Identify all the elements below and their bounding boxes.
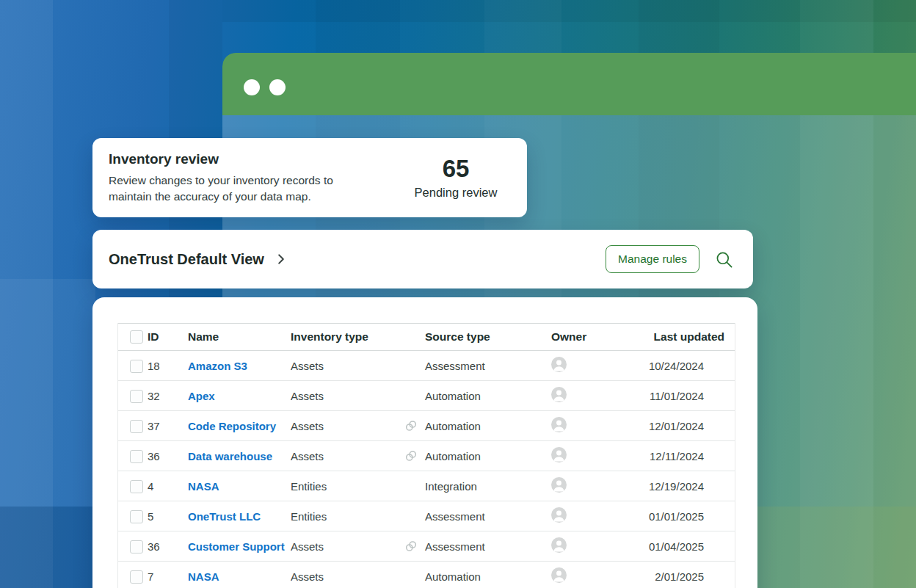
cell-source-type: Assessment: [404, 359, 551, 372]
cell-id: 37: [148, 420, 188, 432]
checkbox-cell: [118, 509, 148, 523]
cell-owner: [551, 567, 648, 585]
cell-name: NASA: [188, 480, 291, 493]
cell-source-type: Assessment: [404, 509, 551, 523]
cell-inventory-type: Entities: [291, 480, 404, 493]
cell-last-updated: 11/01/2024: [648, 390, 735, 402]
table-row[interactable]: 4 NASA Entities Integration 12/19/2024: [118, 471, 735, 501]
source-type-label: Automation: [425, 390, 481, 402]
cell-name: Data warehouse: [188, 450, 291, 462]
pending-review-counter: 65 Pending review: [385, 156, 527, 199]
manage-rules-button[interactable]: Manage rules: [606, 245, 699, 273]
cell-name: Apex: [188, 390, 291, 402]
record-link[interactable]: Apex: [188, 390, 215, 402]
row-checkbox[interactable]: [130, 360, 143, 373]
column-header-id: ID: [148, 330, 188, 344]
column-header-owner: Owner: [551, 330, 648, 344]
row-checkbox[interactable]: [130, 420, 143, 433]
cell-id: 7: [148, 570, 188, 583]
window-control-dot-icon[interactable]: [244, 79, 260, 95]
record-link[interactable]: Customer Support: [188, 540, 285, 553]
record-link[interactable]: Data warehouse: [188, 450, 272, 462]
cell-source-type: Assessment: [404, 540, 551, 553]
cell-owner: [551, 417, 648, 435]
checkbox-cell: [118, 449, 148, 462]
row-checkbox[interactable]: [130, 540, 143, 553]
inventory-review-card: Inventory review Review changes to your …: [92, 138, 527, 217]
cell-id: 36: [148, 540, 188, 553]
source-type-label: Automation: [425, 450, 481, 462]
table-body: 18 Amazon S3 Assets Assessment 10/24/202…: [118, 351, 735, 588]
cell-inventory-type: Assets: [291, 390, 404, 402]
select-all-checkbox[interactable]: [130, 330, 143, 344]
source-type-label: Automation: [425, 570, 481, 583]
chevron-right-icon: [275, 253, 288, 266]
row-checkbox[interactable]: [130, 570, 143, 584]
cell-source-type: Automation: [404, 389, 551, 402]
cell-id: 5: [148, 510, 188, 523]
column-header-name: Name: [188, 330, 291, 344]
cell-id: 4: [148, 480, 188, 493]
cell-name: Customer Support: [188, 540, 291, 553]
cell-last-updated: 12/11/2024: [648, 450, 735, 462]
cell-name: Amazon S3: [188, 360, 291, 372]
checkbox-cell: [118, 479, 148, 493]
window-control-dot-icon[interactable]: [269, 79, 286, 95]
source-type-label: Automation: [425, 420, 481, 432]
record-link[interactable]: NASA: [188, 570, 219, 583]
cell-source-type: Integration: [404, 479, 551, 493]
owner-avatar-icon: [551, 447, 567, 462]
row-checkbox[interactable]: [130, 510, 143, 523]
table-row[interactable]: 36 Customer Support Assets Assessment 01…: [118, 531, 735, 562]
row-checkbox[interactable]: [130, 480, 143, 493]
row-checkbox[interactable]: [130, 450, 143, 463]
record-link[interactable]: Code Repository: [188, 420, 276, 432]
table-row[interactable]: 5 OneTrust LLC Entities Assessment 01/01…: [118, 501, 735, 531]
sync-link-icon: [404, 419, 425, 432]
cell-inventory-type: Assets: [291, 420, 404, 432]
search-button[interactable]: [714, 250, 734, 269]
cell-inventory-type: Assets: [291, 360, 404, 372]
cell-source-type: Automation: [404, 419, 551, 432]
table-row[interactable]: 37 Code Repository Assets Automation 12/…: [118, 411, 735, 441]
owner-avatar-icon: [551, 537, 567, 553]
cell-owner: [551, 357, 648, 374]
record-link[interactable]: NASA: [188, 480, 219, 493]
checkbox-cell: [118, 569, 148, 583]
cell-inventory-type: Assets: [291, 450, 404, 462]
card-description: Review changes to your inventory records…: [109, 173, 377, 205]
sync-link-icon: [404, 449, 425, 462]
inventory-table: IDNameInventory typeSource typeOwnerLast…: [117, 323, 735, 588]
view-selector[interactable]: OneTrust Default View: [109, 251, 288, 268]
owner-avatar-icon: [551, 387, 567, 402]
checkbox-cell: [118, 358, 148, 372]
cell-inventory-type: Assets: [291, 570, 404, 583]
owner-avatar-icon: [551, 507, 567, 523]
screenshot-stage: Inventory review Review changes to your …: [0, 0, 916, 588]
source-type-label: Assessment: [425, 540, 485, 553]
cell-owner: [551, 537, 648, 555]
inventory-table-card: IDNameInventory typeSource typeOwnerLast…: [92, 297, 757, 588]
column-header-date: Last updated: [648, 330, 735, 344]
record-link[interactable]: Amazon S3: [188, 360, 247, 372]
source-type-label: Assessment: [425, 360, 485, 372]
cell-name: OneTrust LLC: [188, 510, 291, 523]
window-title-bar: [222, 53, 916, 115]
owner-avatar-icon: [551, 357, 567, 372]
record-link[interactable]: OneTrust LLC: [188, 510, 261, 523]
cell-owner: [551, 477, 648, 495]
pending-count: 65: [443, 156, 470, 182]
table-row[interactable]: 36 Data warehouse Assets Automation 12/1…: [118, 441, 735, 471]
table-row[interactable]: 7 NASA Assets Automation 2/01/2025: [118, 562, 735, 588]
column-header-src: Source type: [404, 330, 551, 344]
table-row[interactable]: 32 Apex Assets Automation 11/01/2024: [118, 381, 735, 411]
cell-owner: [551, 447, 648, 465]
cell-inventory-type: Entities: [291, 510, 404, 523]
table-row[interactable]: 18 Amazon S3 Assets Assessment 10/24/202…: [118, 351, 735, 381]
row-checkbox[interactable]: [130, 390, 143, 403]
cell-id: 36: [148, 450, 188, 462]
cell-last-updated: 01/01/2025: [648, 510, 735, 523]
view-bar: OneTrust Default View Manage rules: [92, 230, 753, 288]
select-all-cell: [118, 330, 148, 344]
owner-avatar-icon: [551, 567, 567, 583]
